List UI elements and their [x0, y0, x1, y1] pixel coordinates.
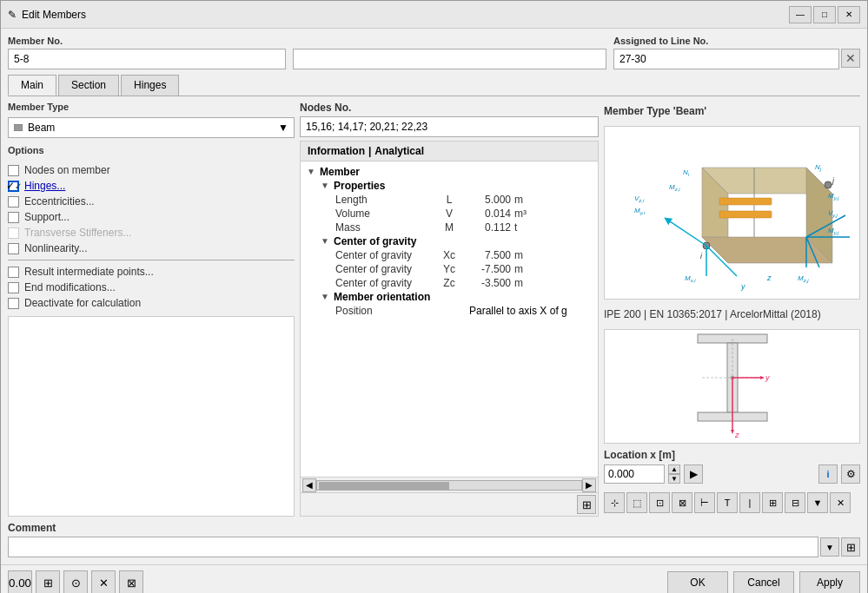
tab-hinges[interactable]: Hinges — [121, 75, 179, 96]
tab-main[interactable]: Main — [8, 75, 56, 96]
bottom-tool-1[interactable]: 0.00 — [8, 570, 32, 593]
tree-expand-properties[interactable]: ▼ — [318, 181, 332, 190]
tree-children-cog: Center of gravity Xc 7.500 m Center of g… — [332, 248, 594, 290]
svg-text:My,j: My,j — [828, 227, 839, 235]
eccentricities-checkbox[interactable] — [8, 196, 19, 208]
nodes-on-member-checkbox[interactable] — [8, 165, 19, 176]
scroll-right-button[interactable]: ▶ — [582, 478, 596, 492]
svg-text:i: i — [700, 252, 703, 260]
nodes-input[interactable] — [300, 116, 599, 137]
view-btn-5[interactable]: ⊢ — [694, 492, 715, 513]
assigned-delete-button[interactable]: ✕ — [841, 49, 860, 68]
tree-cell-volume-unit: m³ — [514, 208, 527, 220]
horizontal-scrollbar[interactable] — [316, 480, 582, 491]
section-label: IPE 200 | EN 10365:2017 | ArcelorMittal … — [604, 305, 860, 324]
transverse-stiffeners-checkbox[interactable] — [8, 227, 19, 239]
tree-cell-mass-symbol: M — [436, 221, 462, 234]
option-result-intermediate: Result intermediate points... — [8, 266, 295, 278]
tree-expand-orientation[interactable]: ▼ — [318, 292, 332, 301]
bottom-tool-3[interactable]: ⊙ — [63, 570, 88, 593]
tree-label-properties: Properties — [332, 179, 387, 193]
middle-panel: Nodes No. Information | Analytical ▼ M — [300, 102, 599, 517]
info-button[interactable]: i — [818, 465, 838, 484]
option-transverse-stiffeners: Transverse Stiffeners... — [8, 227, 295, 239]
tree-cell-zc-value: -3.500 — [462, 277, 514, 289]
info-label: Information — [308, 145, 365, 157]
member-type-value: Beam — [28, 122, 55, 134]
spin-up-button[interactable]: ▲ — [668, 465, 680, 474]
bottom-tool-5[interactable]: ⊠ — [119, 570, 143, 593]
close-button[interactable]: ✕ — [838, 6, 860, 23]
bottom-tool-4[interactable]: ✕ — [91, 570, 116, 593]
comment-action-button[interactable]: ⊞ — [841, 537, 860, 557]
comment-dropdown-button[interactable]: ▼ — [820, 537, 839, 557]
tab-section[interactable]: Section — [58, 75, 119, 96]
assigned-label: Assigned to Line No. — [613, 36, 860, 46]
comment-section: Comment ▼ ⊞ — [8, 522, 860, 557]
tree-row-position: Position Parallel to axis X of g — [332, 304, 594, 318]
support-checkbox[interactable] — [8, 212, 19, 223]
location-input[interactable] — [604, 465, 665, 484]
hinges-checkbox[interactable]: ✓ — [8, 181, 19, 192]
svg-text:Vz,i: Vz,i — [634, 194, 645, 203]
minimize-button[interactable]: — — [789, 6, 812, 23]
section-svg: y z — [689, 330, 776, 443]
bottom-buttons: OK Cancel Apply — [667, 571, 860, 593]
svg-text:Mz,j: Mz,j — [798, 274, 809, 283]
member-type-select[interactable]: Beam ▼ — [8, 117, 295, 138]
tree-row-yc: Center of gravity Yc -7.500 m — [332, 262, 594, 276]
tree-cell-position-label: Position — [332, 305, 436, 317]
view-btn-10[interactable]: ▼ — [807, 492, 828, 513]
deactivate-checkbox[interactable] — [8, 298, 19, 309]
view-btn-9[interactable]: ⊟ — [785, 492, 805, 513]
tree-node-properties: ▼ Properties — [318, 179, 594, 193]
location-input-row: ▲ ▼ ▶ i ⚙ — [604, 465, 860, 484]
svg-marker-37 — [760, 376, 765, 379]
tree-expand-cog[interactable]: ▼ — [318, 236, 332, 246]
bottom-bar: 0.00 ⊞ ⊙ ✕ ⊠ OK Cancel Apply — [1, 564, 867, 593]
tree-label-cog: Center of gravity — [332, 234, 418, 248]
tree-expand-member[interactable]: ▼ — [304, 167, 318, 176]
view-btn-6[interactable]: T — [717, 492, 738, 513]
result-intermediate-checkbox[interactable] — [8, 267, 19, 278]
bottom-tool-2[interactable]: ⊞ — [36, 570, 60, 593]
beam-icon — [14, 124, 23, 131]
tree-cell-length-value: 5.000 — [462, 194, 514, 206]
member-type-section: Member Type Beam ▼ — [8, 102, 295, 138]
settings-button[interactable]: ⚙ — [841, 465, 860, 484]
member-no-input[interactable] — [8, 49, 286, 69]
view-btn-1[interactable]: ⊹ — [604, 492, 625, 513]
spin-down-button[interactable]: ▼ — [668, 474, 680, 484]
tree-cell-zc-unit: m — [514, 277, 523, 289]
left-empty-region — [8, 316, 295, 517]
view-btn-7[interactable]: | — [739, 492, 760, 513]
view-btn-8[interactable]: ⊞ — [762, 492, 783, 513]
tree-cell-zc-label: Center of gravity — [332, 277, 436, 289]
cancel-button[interactable]: Cancel — [733, 571, 794, 593]
view-btn-3[interactable]: ⊡ — [649, 492, 670, 513]
view-btn-11[interactable]: ✕ — [830, 492, 851, 513]
view-btn-4[interactable]: ⊠ — [672, 492, 692, 513]
tree-cell-xc-label: Center of gravity — [332, 249, 436, 261]
tree-cell-volume-label: Volume — [332, 208, 436, 220]
location-section: Location x [m] ▲ ▼ ▶ i ⚙ — [604, 449, 860, 484]
view-btn-2[interactable]: ⬚ — [626, 492, 647, 513]
end-modifications-checkbox[interactable] — [8, 282, 19, 293]
nonlinearity-checkbox[interactable] — [8, 243, 19, 254]
support-label: Support... — [24, 211, 70, 223]
empty-input[interactable] — [293, 49, 606, 69]
assigned-input[interactable] — [613, 49, 839, 69]
maximize-button[interactable]: □ — [813, 6, 836, 23]
nav-forward-button[interactable]: ▶ — [684, 465, 703, 484]
grid-view-button[interactable]: ⊞ — [577, 495, 596, 514]
tree-cell-mass-value: 0.112 — [462, 221, 514, 234]
option-eccentricities: Eccentricities... — [8, 195, 295, 208]
apply-button[interactable]: Apply — [799, 571, 860, 593]
member-no-group: Member No. — [8, 36, 286, 69]
tree-cell-mass-label: Mass — [332, 221, 436, 234]
member-type-value-row: Beam — [14, 122, 55, 134]
main-window: ✎ Edit Members — □ ✕ Member No. Assigned… — [0, 0, 868, 593]
scroll-left-button[interactable]: ◀ — [302, 478, 316, 492]
comment-input[interactable] — [8, 537, 818, 557]
ok-button[interactable]: OK — [667, 571, 728, 593]
